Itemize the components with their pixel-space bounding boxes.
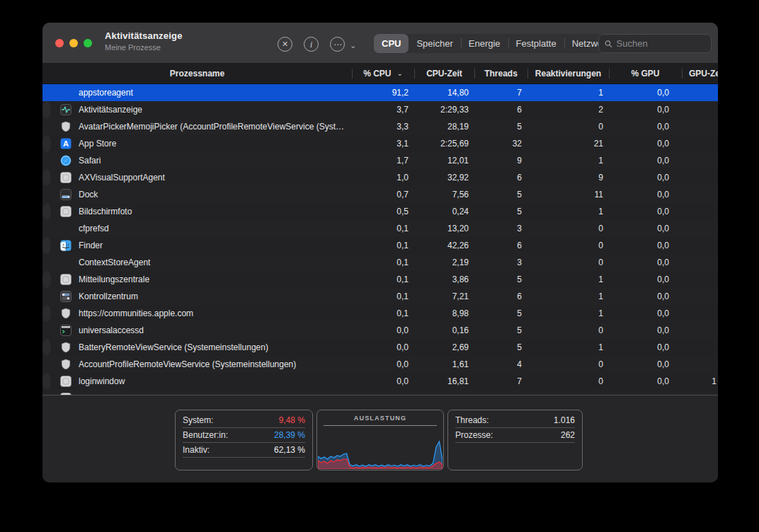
column-header-cpu-zeit[interactable]: CPU-Zeit xyxy=(414,64,474,83)
cell-gpu: 0,0 xyxy=(609,139,682,149)
table-row[interactable]: AXVisualSupportAgent1,032,92690,0 xyxy=(42,169,51,186)
search-field[interactable] xyxy=(598,34,712,53)
title-bar[interactable]: Aktivitätsanzeige Meine Prozesse ✕ i ⋯ ⌄… xyxy=(42,23,718,64)
minimize-window-button[interactable] xyxy=(69,39,78,47)
cpu-load-graph-box: AUSLASTUNG xyxy=(316,410,444,470)
column-header-prozessname[interactable]: Prozessname xyxy=(42,64,352,83)
table-row[interactable]: ContextStoreAgent0,12,19300,0 xyxy=(42,254,718,271)
cell-cpu: 0,1 xyxy=(352,224,414,233)
cell-threads: 7 xyxy=(474,88,527,98)
process-name: Kontrollzentrum xyxy=(79,291,144,301)
inspect-process-button[interactable]: i xyxy=(304,37,319,52)
cell-wakeups: 1 xyxy=(527,291,609,301)
activity-monitor-icon xyxy=(60,104,72,115)
table-row[interactable]: universalaccessd0,00,16500,0 xyxy=(42,322,718,339)
count-row: Prozesse:262 xyxy=(455,428,575,443)
table-row[interactable]: https://communities.apple.com0,18,98510,… xyxy=(42,305,51,322)
quit-process-button[interactable]: ✕ xyxy=(278,37,292,52)
shield-icon xyxy=(60,342,72,353)
table-row[interactable]: cfprefsd0,113,20300,0 xyxy=(42,220,718,237)
process-name-cell: AvatarPickerMemojiPicker (AccountProfile… xyxy=(42,118,352,135)
cell-wakeups: 21 xyxy=(527,139,609,149)
shield-icon xyxy=(60,121,72,132)
cell-gpu: 0,0 xyxy=(609,207,682,216)
cell-gpu: 0,0 xyxy=(609,291,682,301)
cell-threads: 6 xyxy=(474,173,527,183)
table-row[interactable]: BatteryRemoteViewService (Systemeinstell… xyxy=(42,339,51,356)
table-row[interactable] xyxy=(42,390,718,395)
generic-app-icon xyxy=(60,393,72,395)
safari-icon xyxy=(60,155,72,166)
count-row: Threads:1.016 xyxy=(455,413,575,428)
table-row[interactable]: AccountProfileRemoteViewService (Systeme… xyxy=(42,356,718,373)
table-row[interactable]: Bildschirmfoto0,50,24510,0 xyxy=(42,203,51,220)
dock-icon xyxy=(60,189,72,200)
table-row[interactable]: Kontrollzentrum0,17,21610,0 xyxy=(42,288,718,305)
stat-label: System: xyxy=(183,415,213,425)
generic-app-icon xyxy=(60,274,72,285)
terminal-icon xyxy=(60,325,72,336)
tab-energie[interactable]: Energie xyxy=(461,34,508,53)
generic-app-icon xyxy=(60,206,72,217)
app-store-icon: A xyxy=(60,138,72,149)
process-name-cell: loginwindow xyxy=(42,373,352,390)
table-row[interactable]: AvatarPickerMemojiPicker (AccountProfile… xyxy=(42,118,718,135)
cell-gpu: 0,0 xyxy=(609,325,682,335)
table-row[interactable]: Dock0,77,565110,0 xyxy=(42,186,718,203)
chevron-down-icon[interactable]: ⌄ xyxy=(350,41,356,50)
zoom-window-button[interactable] xyxy=(84,39,92,47)
cell-cpu: 0,1 xyxy=(352,258,414,267)
cell-gpu: 0,0 xyxy=(609,156,682,166)
column-header-label: % CPU xyxy=(363,69,391,79)
table-row[interactable]: Aktivitätsanzeige3,72:29,33620,0 xyxy=(42,101,51,118)
system-load-series xyxy=(318,459,443,469)
table-row[interactable]: Safari1,712,01910,0 xyxy=(42,152,718,169)
stat-label: Threads: xyxy=(455,415,489,425)
cell-threads: 32 xyxy=(474,139,527,149)
cell-cpu-time: 8,98 xyxy=(414,308,474,318)
column-header-label: Prozessname xyxy=(170,69,224,79)
terminal-icon xyxy=(60,325,72,336)
table-row[interactable]: appstoreagent91,214,80710,0 xyxy=(42,84,718,101)
generic-app-icon xyxy=(60,274,72,285)
cell-cpu-time: 13,20 xyxy=(414,224,474,233)
cell-gpu: 0,0 xyxy=(609,376,682,386)
process-name: appstoreagent xyxy=(79,88,139,98)
cell-cpu: 3,3 xyxy=(352,122,414,132)
column-header-reaktivierungen[interactable]: Reaktivierungen xyxy=(527,64,609,83)
table-row[interactable]: Mitteilungszentrale0,13,86510,0 xyxy=(42,271,51,288)
window-title-block: Aktivitätsanzeige Meine Prozesse xyxy=(105,30,183,52)
shield-icon xyxy=(60,308,72,319)
process-name: Aktivitätsanzeige xyxy=(79,105,148,115)
cell-cpu: 1,0 xyxy=(352,173,414,183)
more-options-button[interactable]: ⋯ xyxy=(330,37,345,52)
cell-threads: 7 xyxy=(474,376,527,386)
cell-wakeups: 0 xyxy=(527,359,609,369)
load-chart-title: AUSLASTUNG xyxy=(317,415,443,422)
cell-cpu: 0,1 xyxy=(352,291,414,301)
column-header-threads[interactable]: Threads xyxy=(474,64,527,83)
search-input[interactable] xyxy=(617,38,705,49)
cell-cpu-time: 7,56 xyxy=(414,190,474,200)
close-window-button[interactable] xyxy=(55,39,64,47)
process-name: loginwindow xyxy=(79,376,130,386)
column-header-gpu-ze[interactable]: GPU-Ze xyxy=(682,64,718,83)
cell-wakeups: 1 xyxy=(527,207,609,216)
column-header--gpu[interactable]: % GPU xyxy=(609,64,682,83)
process-name: ContextStoreAgent xyxy=(79,258,156,267)
table-row[interactable]: loginwindow0,016,81700,01 xyxy=(42,373,51,390)
info-icon: i xyxy=(310,40,313,49)
control-center-icon xyxy=(60,291,72,302)
sort-descending-icon: ⌄ xyxy=(396,69,402,77)
cpu-share-row: Benutzer:in:28,39 % xyxy=(183,428,305,443)
cell-cpu: 0,1 xyxy=(352,274,414,284)
cell-gpu: 0,0 xyxy=(609,88,682,98)
cell-cpu-time: 3,86 xyxy=(414,274,474,284)
tab-cpu[interactable]: CPU xyxy=(374,34,409,53)
column-header--cpu[interactable]: % CPU⌄ xyxy=(352,64,414,83)
traffic-lights xyxy=(55,39,92,47)
table-row[interactable]: Finder0,142,26600,0 xyxy=(42,237,51,254)
tab-festplatte[interactable]: Festplatte xyxy=(508,34,564,53)
table-row[interactable]: AApp Store3,12:25,6932210,0 xyxy=(42,135,51,152)
tab-speicher[interactable]: Speicher xyxy=(409,34,460,53)
